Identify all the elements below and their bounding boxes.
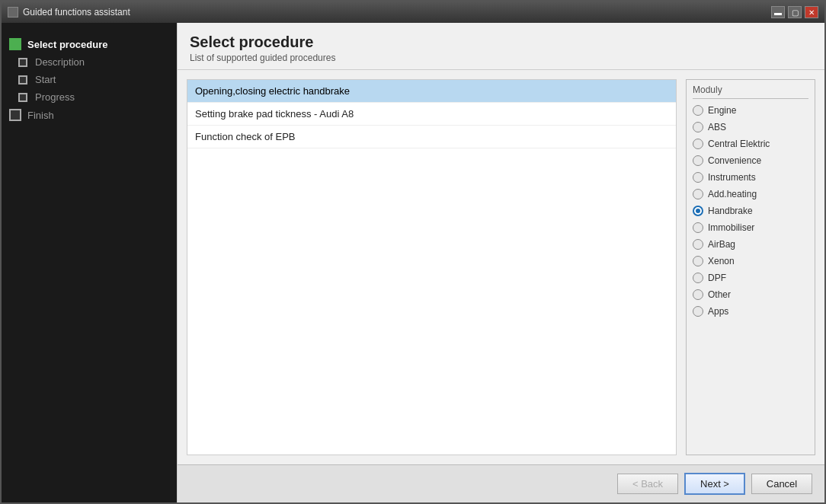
module-label-handbrake: Handbrake xyxy=(708,206,753,216)
module-handbrake[interactable]: Handbrake xyxy=(693,206,808,216)
module-airbag[interactable]: AirBag xyxy=(693,239,808,250)
module-other[interactable]: Other xyxy=(693,289,808,300)
module-label-immobiliser: Immobiliser xyxy=(708,222,754,233)
radio-dpf[interactable] xyxy=(693,273,703,283)
window-title: Guided functions assistant xyxy=(23,7,771,18)
step-indicator-progress xyxy=(18,93,27,102)
modules-panel: Moduly Engine ABS Central Elektric xyxy=(686,79,815,455)
radio-add-heating[interactable] xyxy=(693,189,703,199)
module-apps[interactable]: Apps xyxy=(693,306,808,317)
radio-handbrake[interactable] xyxy=(693,206,703,216)
procedure-item-2[interactable]: Setting brake pad tickness - Audi A8 xyxy=(187,103,676,126)
module-label-airbag: AirBag xyxy=(708,239,735,250)
radio-other[interactable] xyxy=(693,289,703,300)
module-central-elektric[interactable]: Central Elektric xyxy=(693,139,808,149)
sidebar-step-description[interactable]: Description xyxy=(17,56,169,68)
module-label-xenon: Xenon xyxy=(708,256,735,266)
main-body: Opening,closing electric handbrake Setti… xyxy=(178,70,824,464)
close-button[interactable]: ✕ xyxy=(805,6,818,18)
back-button[interactable]: < Back xyxy=(617,474,678,494)
module-abs[interactable]: ABS xyxy=(693,122,808,132)
radio-instruments[interactable] xyxy=(693,172,703,183)
module-label-convenience: Convenience xyxy=(708,155,761,166)
sidebar-step-progress[interactable]: Progress xyxy=(17,91,169,103)
procedure-item-3[interactable]: Function check of EPB xyxy=(187,126,676,148)
module-dpf[interactable]: DPF xyxy=(693,273,808,283)
next-button[interactable]: Next > xyxy=(684,473,745,495)
radio-immobiliser[interactable] xyxy=(693,222,703,233)
module-label-instruments: Instruments xyxy=(708,172,756,183)
radio-engine[interactable] xyxy=(693,105,703,116)
module-engine[interactable]: Engine xyxy=(693,105,808,116)
step-label-start: Start xyxy=(35,74,56,85)
footer: < Back Next > Cancel xyxy=(178,464,824,502)
main-window: Guided functions assistant ▬ ▢ ✕ Select … xyxy=(0,0,826,504)
procedure-item-1[interactable]: Opening,closing electric handbrake xyxy=(187,80,676,103)
module-xenon[interactable]: Xenon xyxy=(693,256,808,266)
module-instruments[interactable]: Instruments xyxy=(693,172,808,183)
radio-convenience[interactable] xyxy=(693,155,703,166)
module-label-apps: Apps xyxy=(708,306,728,317)
module-label-engine: Engine xyxy=(708,105,736,116)
sidebar: Select procedure Description Start Progr… xyxy=(2,23,177,502)
page-title: Select procedure xyxy=(190,33,812,51)
step-indicator-description xyxy=(18,58,27,67)
page-subtitle: List of supported guided procedures xyxy=(190,53,812,63)
step-label-finish: Finish xyxy=(27,110,54,121)
sidebar-step-start[interactable]: Start xyxy=(17,74,169,85)
module-label-dpf: DPF xyxy=(708,273,726,283)
radio-airbag[interactable] xyxy=(693,239,703,250)
cancel-button[interactable]: Cancel xyxy=(751,474,812,494)
step-indicator-finish xyxy=(9,109,21,121)
step-indicator-start xyxy=(18,75,27,85)
window-controls: ▬ ▢ ✕ xyxy=(771,6,818,18)
module-immobiliser[interactable]: Immobiliser xyxy=(693,222,808,233)
radio-central-elektric[interactable] xyxy=(693,139,703,149)
modules-title: Moduly xyxy=(693,85,808,99)
module-convenience[interactable]: Convenience xyxy=(693,155,808,166)
title-bar: Guided functions assistant ▬ ▢ ✕ xyxy=(2,2,824,23)
radio-xenon[interactable] xyxy=(693,256,703,266)
sidebar-step-select-procedure[interactable]: Select procedure xyxy=(9,38,169,50)
module-label-abs: ABS xyxy=(708,122,726,132)
restore-button[interactable]: ▢ xyxy=(788,6,802,18)
radio-apps[interactable] xyxy=(693,306,703,317)
minimize-button[interactable]: ▬ xyxy=(771,6,785,18)
sidebar-step-finish[interactable]: Finish xyxy=(9,109,169,121)
module-label-central-elektric: Central Elektric xyxy=(708,139,770,149)
window-icon xyxy=(8,7,18,18)
module-label-other: Other xyxy=(708,289,731,300)
procedure-list[interactable]: Opening,closing electric handbrake Setti… xyxy=(187,79,677,455)
content-area: Select procedure Description Start Progr… xyxy=(2,23,824,502)
step-label-select-procedure: Select procedure xyxy=(27,39,108,50)
main-content: Select procedure List of supported guide… xyxy=(177,23,824,502)
module-label-add-heating: Add.heating xyxy=(708,189,757,199)
step-label-progress: Progress xyxy=(35,91,75,103)
step-indicator-select-procedure xyxy=(9,38,21,50)
step-label-description: Description xyxy=(35,56,85,68)
radio-abs[interactable] xyxy=(693,122,703,132)
module-add-heating[interactable]: Add.heating xyxy=(693,189,808,199)
main-header: Select procedure List of supported guide… xyxy=(178,23,824,70)
